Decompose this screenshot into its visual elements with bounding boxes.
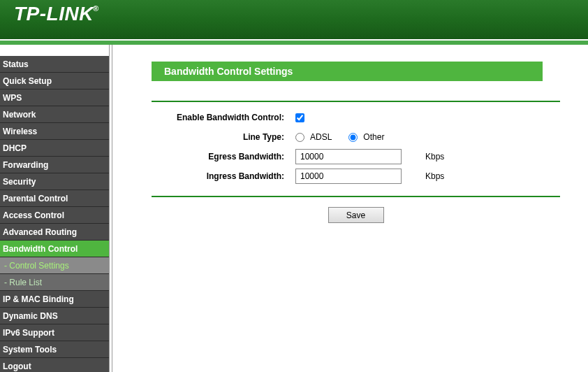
sidebar-item-label: WPS (3, 93, 22, 103)
sidebar-item-label: Access Control (3, 210, 64, 220)
body-wrap: Status Quick Setup WPS Network Wireless … (0, 45, 588, 372)
sidebar-item-network[interactable]: Network (0, 106, 109, 123)
sidebar-item-forwarding[interactable]: Forwarding (0, 157, 109, 173)
panel-title: Bandwidth Control Settings (152, 62, 543, 81)
sidebar-item-label: Dynamic DNS (3, 311, 58, 321)
save-row: Save (152, 207, 560, 223)
sidebar-item-label: - Control Settings (4, 261, 69, 271)
app-header: TP-LINK® (0, 0, 588, 41)
sidebar-item-control-settings[interactable]: - Control Settings (0, 257, 109, 274)
row-enable: Enable Bandwidth Control: (152, 108, 588, 127)
sidebar-item-rule-list[interactable]: - Rule List (0, 274, 109, 291)
sidebar-item-bandwidth-control[interactable]: Bandwidth Control (0, 241, 109, 257)
line-type-other-text: Other (363, 132, 384, 142)
content-area: Bandwidth Control Settings Enable Bandwi… (112, 45, 588, 372)
sidebar-item-ipv6-support[interactable]: IPv6 Support (0, 324, 109, 341)
sidebar-item-label: - Rule List (4, 278, 42, 287)
sidebar-item-label: IP & MAC Binding (3, 294, 74, 304)
sidebar: Status Quick Setup WPS Network Wireless … (0, 45, 109, 372)
enable-label: Enable Bandwidth Control: (152, 113, 288, 122)
brand-name: TP-LINK (14, 3, 94, 24)
egress-bandwidth-input[interactable] (295, 149, 402, 164)
line-type-adsl-text: ADSL (310, 132, 332, 142)
sidebar-item-wireless[interactable]: Wireless (0, 123, 109, 140)
sidebar-item-ip-mac-binding[interactable]: IP & MAC Binding (0, 291, 109, 308)
sidebar-item-dhcp[interactable]: DHCP (0, 140, 109, 157)
line-type-adsl-option[interactable]: ADSL (295, 132, 332, 142)
enable-bandwidth-checkbox[interactable] (295, 113, 304, 122)
row-line-type: Line Type: ADSL Other (152, 127, 588, 147)
line-type-other-option[interactable]: Other (348, 132, 384, 142)
sidebar-item-status[interactable]: Status (0, 56, 109, 73)
line-type-label: Line Type: (152, 132, 288, 142)
sidebar-item-label: Parental Control (3, 194, 68, 203)
sidebar-item-label: Advanced Routing (3, 227, 77, 237)
sidebar-item-parental-control[interactable]: Parental Control (0, 190, 109, 207)
sidebar-item-label: Forwarding (3, 160, 48, 170)
sidebar-item-quick-setup[interactable]: Quick Setup (0, 73, 109, 90)
sidebar-item-label: Logout (3, 362, 31, 371)
sidebar-item-label: Wireless (3, 127, 37, 136)
save-button[interactable]: Save (328, 207, 384, 223)
sidebar-item-label: System Tools (3, 345, 57, 355)
ingress-unit: Kbps (425, 171, 444, 181)
sidebar-item-label: DHCP (3, 143, 27, 153)
panel-title-text: Bandwidth Control Settings (164, 66, 293, 77)
brand-logo: TP-LINK® (0, 0, 100, 25)
brand-registered: ® (93, 4, 99, 13)
separator-top (152, 101, 560, 102)
sidebar-item-access-control[interactable]: Access Control (0, 207, 109, 224)
sidebar-item-label: Status (3, 59, 29, 69)
sidebar-item-logout[interactable]: Logout (0, 358, 109, 372)
sidebar-item-label: Network (3, 110, 36, 120)
sidebar-item-label: Security (3, 177, 36, 187)
line-type-other-radio[interactable] (348, 133, 358, 142)
ingress-bandwidth-input[interactable] (295, 169, 402, 184)
sidebar-item-label: Quick Setup (3, 76, 52, 86)
ingress-label: Ingress Bandwidth: (152, 171, 288, 181)
line-type-adsl-radio[interactable] (295, 133, 304, 142)
egress-unit: Kbps (425, 152, 444, 162)
sidebar-item-label: Bandwidth Control (3, 244, 78, 254)
sidebar-item-advanced-routing[interactable]: Advanced Routing (0, 224, 109, 241)
sidebar-item-system-tools[interactable]: System Tools (0, 341, 109, 358)
egress-label: Egress Bandwidth: (152, 152, 288, 162)
row-egress: Egress Bandwidth: Kbps (152, 147, 588, 166)
sidebar-item-wps[interactable]: WPS (0, 90, 109, 106)
sidebar-item-label: IPv6 Support (3, 328, 54, 338)
sidebar-item-security[interactable]: Security (0, 173, 109, 190)
sidebar-item-dynamic-dns[interactable]: Dynamic DNS (0, 308, 109, 324)
row-ingress: Ingress Bandwidth: Kbps (152, 166, 588, 186)
separator-bottom (152, 196, 560, 197)
